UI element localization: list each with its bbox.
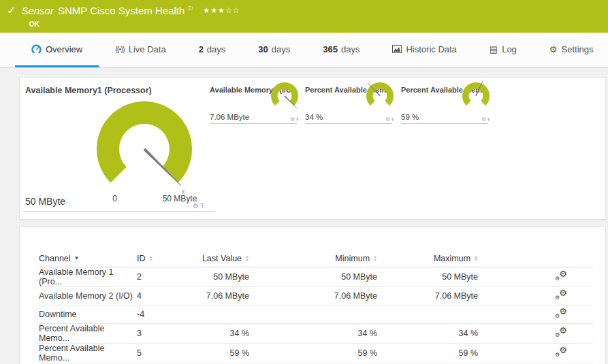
pin-icon[interactable]: Ŧ: [295, 116, 300, 122]
tile-value: 7.06 MByte: [210, 113, 249, 121]
small-gauge: [364, 81, 396, 114]
gauge-icon: [31, 44, 42, 54]
channel-last-value: [171, 305, 249, 323]
small-gauge: [268, 81, 301, 114]
small-gauge: [460, 81, 492, 114]
status-check-icon: ✓: [7, 5, 16, 17]
pin-icon[interactable]: Ŧ: [391, 116, 395, 122]
tab-label: days: [272, 44, 290, 54]
tab-label: Settings: [562, 44, 594, 54]
channel-last-value: 34 %: [171, 323, 249, 343]
column-header-maximum[interactable]: Maximum▲▼: [385, 250, 494, 267]
gauge-tile: Available Memory2 (I/O) 7.06 MByte ⚙Ŧ: [210, 86, 297, 124]
channel-id: -4: [137, 305, 171, 323]
sensor-header: ✓ Sensor SNMP Cisco System Health ⚐ ★★★☆…: [0, 0, 608, 33]
gauge-tile: Percent Available Mem... 34 % ⚙Ŧ: [305, 86, 392, 124]
channel-last-value: 50 MByte: [171, 267, 249, 286]
channels-panel: Channel▼ ID▲▼ Last Value▲▼ Minimum▲▼ Max…: [19, 227, 606, 364]
channel-minimum: 7.06 MByte: [249, 286, 385, 305]
gauge-action-icons: ⚙Ŧ: [481, 116, 491, 122]
scale-max-label: 50 MByte: [163, 194, 197, 203]
column-header-minimum[interactable]: Minimum▲▼: [249, 250, 385, 267]
table-row[interactable]: Available Memory 2 (I/O) 4 7.06 MByte 7.…: [39, 286, 593, 305]
sort-icon: ▲▼: [474, 255, 478, 262]
object-kind-label: Sensor: [21, 5, 54, 17]
tab-label: Live Data: [129, 44, 166, 54]
channel-last-value: 59 %: [171, 343, 249, 363]
channel-name[interactable]: Percent Available Memo...: [39, 323, 137, 343]
gear-icon[interactable]: ⚙: [193, 202, 200, 210]
gear-icon[interactable]: ⚙: [385, 116, 391, 122]
channel-minimum: [249, 305, 385, 323]
gauge-action-icons: ⚙Ŧ: [290, 116, 300, 122]
column-header-id[interactable]: ID▲▼: [137, 250, 171, 267]
tab-label: Historic Data: [406, 44, 456, 54]
gear-icon[interactable]: ⚙: [481, 116, 487, 122]
gauge-action-icons: ⚙Ŧ: [385, 116, 395, 122]
tab-label: days: [341, 44, 359, 54]
channel-minimum: 34 %: [249, 323, 385, 343]
tile-value: 59 %: [401, 113, 419, 121]
gear-icon[interactable]: ⚙: [290, 116, 295, 122]
tab-overview[interactable]: Overview: [15, 33, 99, 67]
column-header-channel[interactable]: Channel▼: [39, 250, 137, 267]
tab-number: 2: [199, 44, 204, 54]
column-header-actions: [494, 250, 593, 267]
tab-365-days[interactable]: 365 days: [306, 33, 376, 67]
channel-id: 3: [137, 323, 171, 343]
priority-stars[interactable]: ★★★☆☆: [203, 4, 240, 16]
table-header-row: Channel▼ ID▲▼ Last Value▲▼ Minimum▲▼ Max…: [39, 250, 593, 267]
tab-label: days: [207, 44, 225, 54]
column-header-last-value[interactable]: Last Value▲▼: [171, 250, 249, 267]
tab-number: 30: [258, 44, 268, 54]
edit-channel-icon[interactable]: ⚙⚙: [555, 308, 567, 318]
channel-name[interactable]: Percent Available Memo...: [39, 343, 137, 363]
flag-icon[interactable]: ⚐: [187, 3, 193, 15]
sort-icon: ▲▼: [373, 255, 377, 262]
pin-icon[interactable]: Ŧ: [200, 202, 206, 210]
edit-channel-icon[interactable]: ⚙⚙: [555, 327, 567, 337]
pin-icon[interactable]: Ŧ: [487, 116, 491, 122]
table-row[interactable]: Downtime -4 ⚙⚙: [39, 305, 593, 323]
main-gauge-value: 50 MByte: [25, 196, 65, 207]
gauge-action-icons: ⚙Ŧ: [193, 202, 206, 210]
channel-maximum: 34 %: [385, 323, 494, 343]
status-badge: OK: [29, 20, 240, 28]
channel-maximum: 59 %: [385, 343, 494, 363]
sort-desc-icon: ▼: [74, 255, 80, 261]
tab-log[interactable]: ▤ Log: [473, 33, 533, 67]
tab-settings[interactable]: ⚙ Settings: [533, 33, 608, 67]
table-row[interactable]: Percent Available Memo... 3 34 % 34 % 34…: [39, 323, 593, 343]
tab-historic-data[interactable]: Historic Data: [376, 33, 473, 67]
settings-gear-icon: ⚙: [549, 45, 558, 54]
scale-min-label: 0: [112, 194, 117, 203]
edit-channel-icon[interactable]: ⚙⚙: [555, 289, 567, 300]
channel-maximum: 50 MByte: [385, 267, 494, 286]
log-icon: ▤: [490, 45, 498, 54]
edit-channel-icon[interactable]: ⚙⚙: [555, 270, 567, 281]
channel-name[interactable]: Downtime: [39, 305, 137, 323]
main-gauge-title: Available Memory1 (Processor): [25, 86, 152, 95]
channel-maximum: 7.06 MByte: [385, 286, 494, 305]
table-row[interactable]: Percent Available Memo... 5 59 % 59 % 59…: [39, 343, 593, 363]
channel-id: 4: [137, 286, 171, 305]
overview-content: Available Memory1 (Processor) x̄ 0 50 MB…: [0, 68, 608, 364]
channel-id: 2: [137, 267, 171, 286]
tab-number: 365: [323, 44, 338, 54]
edit-channel-icon[interactable]: ⚙⚙: [555, 346, 567, 357]
channel-name[interactable]: Available Memory 1 (Pro...: [39, 267, 137, 286]
tab-bar: Overview ((•)) Live Data 2 days 30 days …: [0, 33, 608, 68]
table-row[interactable]: Available Memory 1 (Pro... 2 50 MByte 50…: [39, 267, 593, 286]
tab-label: Overview: [46, 44, 82, 54]
sensor-title: SNMP Cisco System Health: [58, 5, 185, 17]
main-gauge: x̄ 0 50 MByte: [90, 97, 199, 206]
channel-last-value: 7.06 MByte: [171, 286, 249, 305]
tab-2-days[interactable]: 2 days: [182, 33, 242, 67]
channel-id: 5: [137, 343, 171, 363]
sort-icon: ▲▼: [245, 255, 249, 262]
sort-icon: ▲▼: [149, 255, 153, 262]
tab-30-days[interactable]: 30 days: [242, 33, 306, 67]
tab-live-data[interactable]: ((•)) Live Data: [99, 33, 182, 67]
live-data-icon: ((•)): [115, 45, 125, 53]
channel-name[interactable]: Available Memory 2 (I/O): [39, 286, 137, 305]
